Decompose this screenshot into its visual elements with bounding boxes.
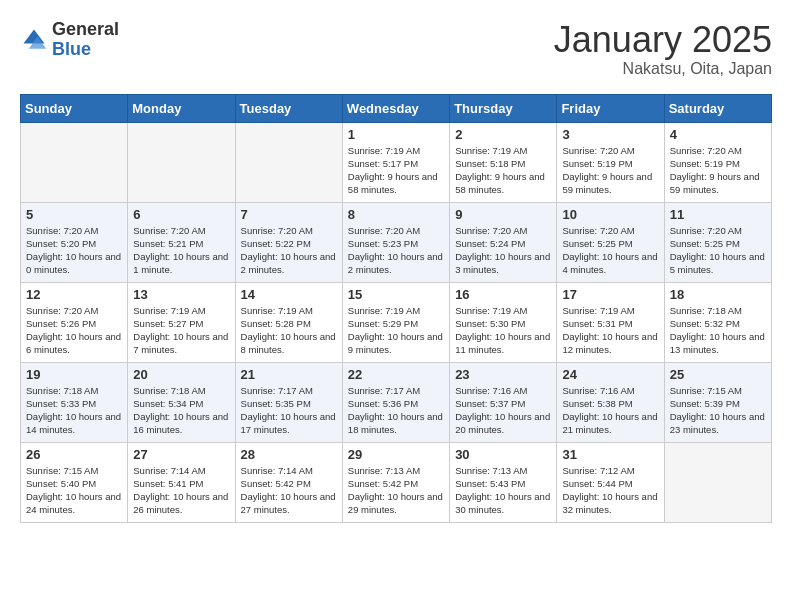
calendar-day-cell: 1Sunrise: 7:19 AM Sunset: 5:17 PM Daylig…: [342, 122, 449, 202]
day-number: 11: [670, 207, 766, 222]
day-info: Sunrise: 7:18 AM Sunset: 5:33 PM Dayligh…: [26, 384, 122, 437]
day-info: Sunrise: 7:13 AM Sunset: 5:43 PM Dayligh…: [455, 464, 551, 517]
calendar-day-cell: 30Sunrise: 7:13 AM Sunset: 5:43 PM Dayli…: [450, 442, 557, 522]
calendar-day-cell: 14Sunrise: 7:19 AM Sunset: 5:28 PM Dayli…: [235, 282, 342, 362]
day-info: Sunrise: 7:19 AM Sunset: 5:18 PM Dayligh…: [455, 144, 551, 197]
day-info: Sunrise: 7:19 AM Sunset: 5:31 PM Dayligh…: [562, 304, 658, 357]
day-number: 24: [562, 367, 658, 382]
day-info: Sunrise: 7:17 AM Sunset: 5:36 PM Dayligh…: [348, 384, 444, 437]
calendar-day-cell: 29Sunrise: 7:13 AM Sunset: 5:42 PM Dayli…: [342, 442, 449, 522]
day-number: 23: [455, 367, 551, 382]
calendar-day-cell: 28Sunrise: 7:14 AM Sunset: 5:42 PM Dayli…: [235, 442, 342, 522]
day-info: Sunrise: 7:20 AM Sunset: 5:22 PM Dayligh…: [241, 224, 337, 277]
calendar-day-cell: 24Sunrise: 7:16 AM Sunset: 5:38 PM Dayli…: [557, 362, 664, 442]
calendar-day-cell: 19Sunrise: 7:18 AM Sunset: 5:33 PM Dayli…: [21, 362, 128, 442]
day-info: Sunrise: 7:17 AM Sunset: 5:35 PM Dayligh…: [241, 384, 337, 437]
day-number: 22: [348, 367, 444, 382]
day-number: 16: [455, 287, 551, 302]
day-number: 7: [241, 207, 337, 222]
day-number: 8: [348, 207, 444, 222]
day-info: Sunrise: 7:19 AM Sunset: 5:30 PM Dayligh…: [455, 304, 551, 357]
day-number: 15: [348, 287, 444, 302]
calendar-day-cell: 8Sunrise: 7:20 AM Sunset: 5:23 PM Daylig…: [342, 202, 449, 282]
calendar-day-cell: 17Sunrise: 7:19 AM Sunset: 5:31 PM Dayli…: [557, 282, 664, 362]
calendar-day-cell: 26Sunrise: 7:15 AM Sunset: 5:40 PM Dayli…: [21, 442, 128, 522]
logo-text: General Blue: [52, 20, 119, 60]
day-number: 20: [133, 367, 229, 382]
day-info: Sunrise: 7:19 AM Sunset: 5:29 PM Dayligh…: [348, 304, 444, 357]
day-number: 13: [133, 287, 229, 302]
calendar-day-cell: 31Sunrise: 7:12 AM Sunset: 5:44 PM Dayli…: [557, 442, 664, 522]
calendar-day-cell: 20Sunrise: 7:18 AM Sunset: 5:34 PM Dayli…: [128, 362, 235, 442]
calendar-day-cell: [128, 122, 235, 202]
day-number: 1: [348, 127, 444, 142]
calendar-day-cell: 5Sunrise: 7:20 AM Sunset: 5:20 PM Daylig…: [21, 202, 128, 282]
day-info: Sunrise: 7:20 AM Sunset: 5:19 PM Dayligh…: [562, 144, 658, 197]
day-info: Sunrise: 7:20 AM Sunset: 5:25 PM Dayligh…: [562, 224, 658, 277]
day-number: 3: [562, 127, 658, 142]
calendar-day-cell: 12Sunrise: 7:20 AM Sunset: 5:26 PM Dayli…: [21, 282, 128, 362]
weekday-header: Wednesday: [342, 94, 449, 122]
weekday-header: Sunday: [21, 94, 128, 122]
day-number: 29: [348, 447, 444, 462]
day-info: Sunrise: 7:14 AM Sunset: 5:41 PM Dayligh…: [133, 464, 229, 517]
calendar-day-cell: 27Sunrise: 7:14 AM Sunset: 5:41 PM Dayli…: [128, 442, 235, 522]
weekday-header: Friday: [557, 94, 664, 122]
logo-icon: [20, 26, 48, 54]
day-info: Sunrise: 7:16 AM Sunset: 5:37 PM Dayligh…: [455, 384, 551, 437]
calendar-day-cell: 13Sunrise: 7:19 AM Sunset: 5:27 PM Dayli…: [128, 282, 235, 362]
day-info: Sunrise: 7:16 AM Sunset: 5:38 PM Dayligh…: [562, 384, 658, 437]
day-info: Sunrise: 7:20 AM Sunset: 5:23 PM Dayligh…: [348, 224, 444, 277]
day-info: Sunrise: 7:15 AM Sunset: 5:39 PM Dayligh…: [670, 384, 766, 437]
weekday-header: Monday: [128, 94, 235, 122]
day-number: 28: [241, 447, 337, 462]
day-info: Sunrise: 7:15 AM Sunset: 5:40 PM Dayligh…: [26, 464, 122, 517]
day-number: 18: [670, 287, 766, 302]
day-number: 12: [26, 287, 122, 302]
day-number: 2: [455, 127, 551, 142]
day-number: 9: [455, 207, 551, 222]
calendar-week-row: 12Sunrise: 7:20 AM Sunset: 5:26 PM Dayli…: [21, 282, 772, 362]
day-number: 6: [133, 207, 229, 222]
calendar-week-row: 26Sunrise: 7:15 AM Sunset: 5:40 PM Dayli…: [21, 442, 772, 522]
day-info: Sunrise: 7:20 AM Sunset: 5:21 PM Dayligh…: [133, 224, 229, 277]
day-number: 30: [455, 447, 551, 462]
calendar-day-cell: 3Sunrise: 7:20 AM Sunset: 5:19 PM Daylig…: [557, 122, 664, 202]
day-number: 26: [26, 447, 122, 462]
calendar-day-cell: 25Sunrise: 7:15 AM Sunset: 5:39 PM Dayli…: [664, 362, 771, 442]
day-info: Sunrise: 7:18 AM Sunset: 5:32 PM Dayligh…: [670, 304, 766, 357]
logo-blue-text: Blue: [52, 40, 119, 60]
day-number: 25: [670, 367, 766, 382]
day-number: 4: [670, 127, 766, 142]
title-block: January 2025 Nakatsu, Oita, Japan: [554, 20, 772, 78]
calendar-week-row: 19Sunrise: 7:18 AM Sunset: 5:33 PM Dayli…: [21, 362, 772, 442]
day-number: 10: [562, 207, 658, 222]
day-number: 19: [26, 367, 122, 382]
calendar-table: SundayMondayTuesdayWednesdayThursdayFrid…: [20, 94, 772, 523]
weekday-header: Thursday: [450, 94, 557, 122]
day-info: Sunrise: 7:20 AM Sunset: 5:26 PM Dayligh…: [26, 304, 122, 357]
day-info: Sunrise: 7:18 AM Sunset: 5:34 PM Dayligh…: [133, 384, 229, 437]
calendar-day-cell: 11Sunrise: 7:20 AM Sunset: 5:25 PM Dayli…: [664, 202, 771, 282]
day-info: Sunrise: 7:14 AM Sunset: 5:42 PM Dayligh…: [241, 464, 337, 517]
day-number: 17: [562, 287, 658, 302]
calendar-day-cell: [664, 442, 771, 522]
weekday-header: Tuesday: [235, 94, 342, 122]
day-info: Sunrise: 7:19 AM Sunset: 5:17 PM Dayligh…: [348, 144, 444, 197]
logo: General Blue: [20, 20, 119, 60]
day-info: Sunrise: 7:19 AM Sunset: 5:27 PM Dayligh…: [133, 304, 229, 357]
weekday-header: Saturday: [664, 94, 771, 122]
day-info: Sunrise: 7:12 AM Sunset: 5:44 PM Dayligh…: [562, 464, 658, 517]
day-number: 31: [562, 447, 658, 462]
calendar-day-cell: 15Sunrise: 7:19 AM Sunset: 5:29 PM Dayli…: [342, 282, 449, 362]
calendar-day-cell: 2Sunrise: 7:19 AM Sunset: 5:18 PM Daylig…: [450, 122, 557, 202]
calendar-day-cell: [235, 122, 342, 202]
day-info: Sunrise: 7:13 AM Sunset: 5:42 PM Dayligh…: [348, 464, 444, 517]
calendar-day-cell: 18Sunrise: 7:18 AM Sunset: 5:32 PM Dayli…: [664, 282, 771, 362]
day-number: 5: [26, 207, 122, 222]
page-header: General Blue January 2025 Nakatsu, Oita,…: [20, 20, 772, 78]
calendar-day-cell: 10Sunrise: 7:20 AM Sunset: 5:25 PM Dayli…: [557, 202, 664, 282]
day-info: Sunrise: 7:20 AM Sunset: 5:25 PM Dayligh…: [670, 224, 766, 277]
day-info: Sunrise: 7:20 AM Sunset: 5:20 PM Dayligh…: [26, 224, 122, 277]
logo-general-text: General: [52, 20, 119, 40]
